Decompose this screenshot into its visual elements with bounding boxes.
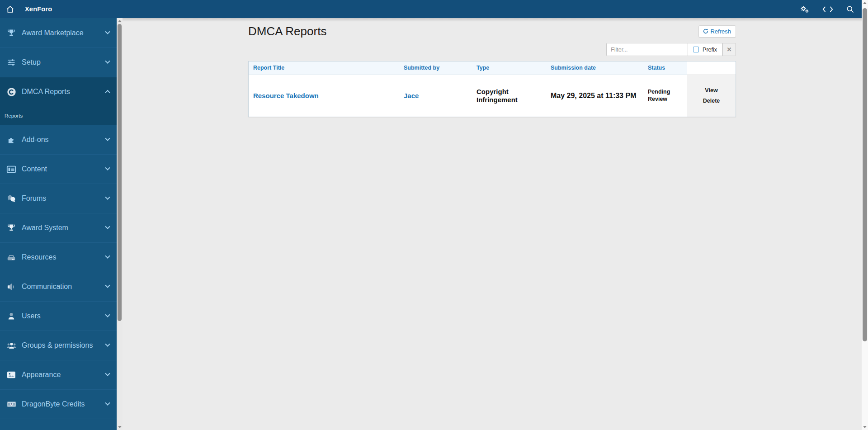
chevron-down-icon — [105, 136, 110, 141]
column-header-submission-date: Submission date — [546, 61, 643, 75]
delete-button[interactable]: Delete — [703, 98, 720, 104]
chevron-down-icon — [105, 254, 110, 259]
sidebar-item-award-system[interactable]: Award System — [0, 213, 117, 242]
puzzle-icon — [6, 135, 17, 144]
sidebar-item-content[interactable]: Content — [0, 154, 117, 184]
sidebar-item-label: Add-ons — [22, 136, 49, 144]
row-actions: View Delete — [687, 75, 736, 117]
sidebar-item-forums[interactable]: Forums — [0, 184, 117, 213]
sidebar-item-dmca-reports[interactable]: DMCA Reports — [0, 77, 117, 106]
sidebar-item-label: Award System — [22, 224, 68, 232]
chevron-down-icon — [105, 59, 110, 64]
page-scrollbar[interactable] — [862, 0, 868, 430]
chevron-down-icon — [105, 401, 110, 406]
column-header-report-title: Report Title — [249, 61, 399, 75]
main-content: DMCA Reports Refresh Prefix ✕ — [123, 18, 862, 430]
app-title: XenForo — [25, 5, 52, 13]
column-header-status: Status — [643, 61, 687, 75]
sidebar-item-label: Content — [22, 165, 47, 173]
view-button[interactable]: View — [705, 87, 717, 94]
sidebar-item-label: Forums — [22, 194, 46, 203]
chevron-down-icon — [105, 371, 110, 376]
chevron-down-icon — [105, 29, 110, 34]
sliders-icon — [6, 58, 17, 67]
trophy-icon — [6, 28, 17, 38]
sidebar-item-label: Appearance — [22, 371, 61, 379]
status-badge: Pending Review — [648, 89, 676, 103]
copyright-icon — [6, 87, 17, 97]
gears-icon[interactable] — [799, 5, 810, 14]
trophy-icon — [6, 223, 17, 232]
scroll-up-arrow-icon[interactable] — [863, 2, 867, 4]
chevron-down-icon — [105, 224, 110, 229]
megaphone-icon — [6, 283, 17, 291]
image-icon — [6, 371, 17, 379]
submitted-by-link[interactable]: Jace — [404, 92, 419, 99]
prefix-checkbox[interactable] — [693, 47, 699, 52]
sidebar-item-appearance[interactable]: Appearance — [0, 360, 117, 389]
chevron-down-icon — [105, 283, 110, 288]
sidebar-scrollbar-thumb[interactable] — [118, 24, 122, 321]
sidebar-item-label: Setup — [22, 58, 41, 66]
column-header-actions — [687, 61, 736, 75]
sidebar-item-setup[interactable]: Setup — [0, 47, 117, 77]
scroll-down-arrow-icon[interactable] — [118, 426, 122, 428]
sidebar-item-groups-permissions[interactable]: Groups & permissions — [0, 331, 117, 360]
sidebar-item-resources[interactable]: Resources — [0, 242, 117, 272]
chat-bubbles-icon — [6, 194, 17, 203]
sidebar-item-label: DragonByte Credits — [22, 400, 85, 408]
report-title-link[interactable]: Resource Takedown — [253, 92, 319, 99]
chevron-down-icon — [105, 312, 110, 317]
dmca-reports-table: Report Title Submitted by Type Submissio… — [248, 61, 736, 117]
sidebar-item-label: Users — [22, 312, 41, 320]
drive-icon — [6, 253, 17, 262]
topbar: XenForo — [0, 0, 862, 18]
sidebar-scrollbar[interactable] — [117, 18, 123, 430]
report-type: Copyright Infringement — [476, 88, 527, 104]
submission-date: May 29, 2025 at 11:33 PM — [551, 92, 636, 100]
sidebar: Award Marketplace Setup DMCA Reports Rep… — [0, 18, 117, 430]
sidebar-item-label: Resources — [22, 253, 56, 261]
sidebar-item-add-ons[interactable]: Add-ons — [0, 125, 117, 154]
sidebar-item-label: Communication — [22, 283, 72, 291]
chevron-down-icon — [105, 195, 110, 200]
chevron-down-icon — [105, 165, 110, 170]
column-header-submitted-by: Submitted by — [399, 61, 472, 75]
prefix-toggle[interactable]: Prefix — [688, 43, 722, 56]
sidebar-group-dmca-reports: DMCA Reports Reports — [0, 77, 117, 125]
table-row: Resource Takedown Jace Copyright Infring… — [249, 75, 736, 117]
user-icon — [6, 312, 17, 321]
chevron-up-icon — [105, 90, 110, 95]
search-icon[interactable] — [846, 5, 854, 14]
clear-filter-button[interactable]: ✕ — [722, 43, 736, 56]
close-icon: ✕ — [727, 46, 732, 53]
sidebar-item-dragonbyte-credits[interactable]: 1 DragonByte Credits — [0, 389, 117, 419]
page-title: DMCA Reports — [248, 24, 326, 38]
newspaper-icon — [6, 165, 17, 174]
refresh-button[interactable]: Refresh — [698, 25, 736, 38]
banknote-icon: 1 — [6, 400, 17, 408]
sidebar-subitem-reports[interactable]: Reports — [0, 106, 117, 125]
sidebar-item-label: Groups & permissions — [22, 341, 93, 350]
column-header-type: Type — [472, 61, 546, 75]
table-header-row: Report Title Submitted by Type Submissio… — [249, 61, 736, 75]
sidebar-subitem-label: Reports — [5, 113, 23, 118]
chevron-down-icon — [105, 342, 110, 347]
sidebar-item-dragonbyte-sh[interactable]: DragonByte Sh — [0, 419, 117, 430]
prefix-label: Prefix — [703, 47, 717, 53]
refresh-button-label: Refresh — [710, 28, 731, 35]
sidebar-item-communication[interactable]: Communication — [0, 272, 117, 301]
scroll-up-arrow-icon[interactable] — [118, 20, 122, 22]
page-scrollbar-thumb[interactable] — [863, 8, 867, 341]
scroll-down-arrow-icon[interactable] — [863, 426, 867, 428]
sidebar-item-award-marketplace[interactable]: Award Marketplace — [0, 18, 117, 47]
sidebar-item-label: DMCA Reports — [22, 88, 70, 96]
sidebar-item-label: Award Marketplace — [22, 29, 84, 37]
sidebar-item-users[interactable]: Users — [0, 301, 117, 331]
code-icon[interactable] — [822, 5, 834, 13]
home-icon[interactable] — [6, 5, 14, 14]
user-group-icon — [6, 341, 17, 350]
refresh-icon — [703, 28, 709, 34]
topbar-actions — [799, 5, 854, 14]
filter-input[interactable] — [606, 43, 688, 56]
